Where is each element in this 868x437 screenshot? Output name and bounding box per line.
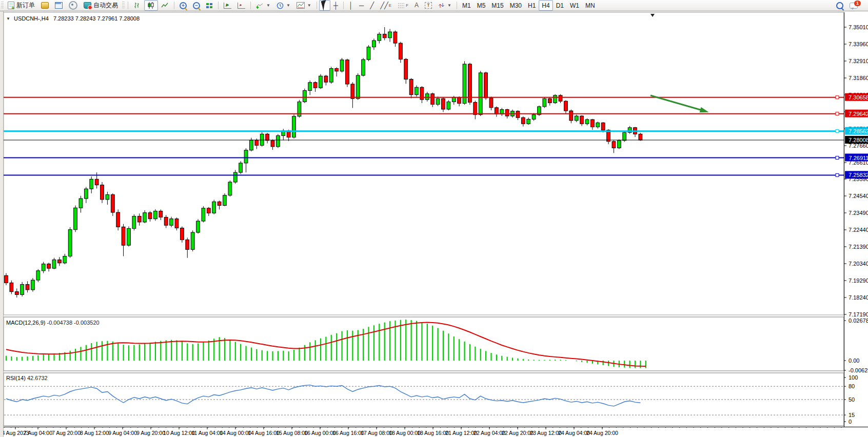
candle-body [431,94,435,105]
line-handle[interactable] [836,112,839,115]
candle-body [436,98,440,104]
price-tick-label: 7.33960 [849,41,868,47]
candle-body [324,76,328,82]
search-button[interactable] [833,0,846,11]
candle-body [378,34,381,41]
channel-tool[interactable]: ╱╱E [377,0,394,11]
candle-body [180,228,184,240]
time-tick-label: 15 Aug 08:00 [276,430,308,436]
signals-button[interactable] [66,0,81,11]
candle-body [447,102,450,109]
new-order-icon: + [8,2,14,9]
timeframe-m30[interactable]: M30 [507,0,525,11]
toolbar-grip[interactable] [1,2,4,9]
price-pane[interactable] [4,12,844,315]
toolbar-grip[interactable] [122,2,125,9]
notifications-button[interactable]: 1 [846,0,861,11]
timeframe-m15[interactable]: M15 [488,0,506,11]
candlestick-chart-icon [147,2,155,9]
timeframe-w1[interactable]: W1 [567,0,582,11]
chart-window[interactable]: 7.350107.339607.329107.318607.308107.297… [0,11,868,437]
candle-body [106,195,109,200]
timeframe-mn[interactable]: MN [582,0,598,11]
candle-body [111,195,114,213]
chart-canvas[interactable]: 7.350107.339607.329107.318607.308107.297… [0,11,868,437]
chart-menu-caret[interactable]: ▼ [6,16,10,21]
fibonacci-tool[interactable]: F [394,0,411,11]
line-chart-button[interactable] [158,0,172,11]
candle-body [74,208,77,229]
tile-windows-button[interactable] [203,0,216,11]
candle-body [415,87,419,94]
timeframe-h4[interactable]: H4 [539,0,553,11]
timeframe-m1[interactable]: M1 [459,0,474,11]
zoom-out-button[interactable]: − [190,0,203,11]
rsi-axis-label: 80 [849,383,855,389]
candle-body [95,179,98,185]
macd-pane[interactable] [4,317,844,371]
line-handle[interactable] [836,96,839,99]
price-tick-label: 7.23490 [849,210,868,216]
dropdown-caret: ▼ [447,3,451,8]
timeframe-m5[interactable]: M5 [474,0,489,11]
line-handle[interactable] [836,173,839,176]
candle-body [5,275,8,283]
candle-body [356,75,360,98]
candle-body [63,256,67,263]
auto-scroll-button[interactable]: ▶ [221,0,234,11]
candle-body [90,179,93,189]
crosshair-tool-button[interactable]: ┼ [330,0,341,11]
terminal-button[interactable] [52,0,66,11]
indicators-button[interactable]: ▼ [253,0,273,11]
time-tick-label: 14 Aug 00:00 [220,430,251,436]
templates-button[interactable]: ▼ [293,0,314,11]
candle-body [404,59,408,80]
zoom-in-button[interactable]: + [176,0,190,11]
bar-chart-button[interactable] [130,0,144,11]
market-watch-button[interactable] [38,0,52,11]
line-handle[interactable] [836,156,839,160]
horizontal-line-tool[interactable]: ─ [356,0,367,11]
new-order-button[interactable]: + 新订单 [5,0,38,11]
timeframe-h1[interactable]: H1 [525,0,539,11]
time-tick-label: 10 Aug 12:00 [163,430,195,436]
price-tick-label: 7.19290 [849,277,868,284]
candle-body [569,111,573,121]
mt4-window: { "toolbar": { "new_order_label": "新订单",… [0,0,868,437]
auto-scroll-icon: ▶ [224,3,231,9]
candle-body [601,123,605,130]
cursor-tool-button[interactable] [319,0,330,11]
timeframe-d1[interactable]: D1 [553,0,567,11]
candle-body [239,163,243,172]
candlestick-chart-button[interactable] [144,0,158,11]
candle-body [271,141,274,147]
text-label-tool[interactable]: T [422,0,435,11]
line-handle[interactable] [836,130,839,133]
clock-icon [277,2,284,9]
candle-body [250,140,253,150]
chart-shift-button[interactable]: ▸ [234,0,248,11]
rsi-axis-label: 0 [849,419,852,425]
trendline-tool[interactable]: ╱ [367,0,377,11]
candle-body [122,227,125,245]
candle-body [639,134,642,140]
time-tick-label: 22 Aug 20:00 [502,430,534,436]
candle-body [399,43,402,59]
time-tick-label: 18 Aug 00:00 [389,430,421,436]
candle-body [68,230,72,256]
auto-trading-button[interactable]: 自动交易 [81,0,121,11]
text-tool[interactable]: A [411,0,422,11]
candle-body [31,280,35,290]
vertical-line-tool[interactable]: │ [346,0,356,11]
candle-body [223,195,227,206]
rsi-axis-label: 15 [849,412,855,418]
macd-indicator-label: MACD(12,26,9) -0.004738 -0.003520 [6,320,100,326]
candle-body [495,108,498,114]
candle-body [367,47,370,60]
candle-body [346,60,349,84]
candle-body [596,123,600,127]
candle-body [164,217,168,226]
arrows-tool[interactable]: ▼ [435,0,455,11]
arrows-icon [438,2,445,9]
periods-button[interactable]: ▼ [273,0,293,11]
